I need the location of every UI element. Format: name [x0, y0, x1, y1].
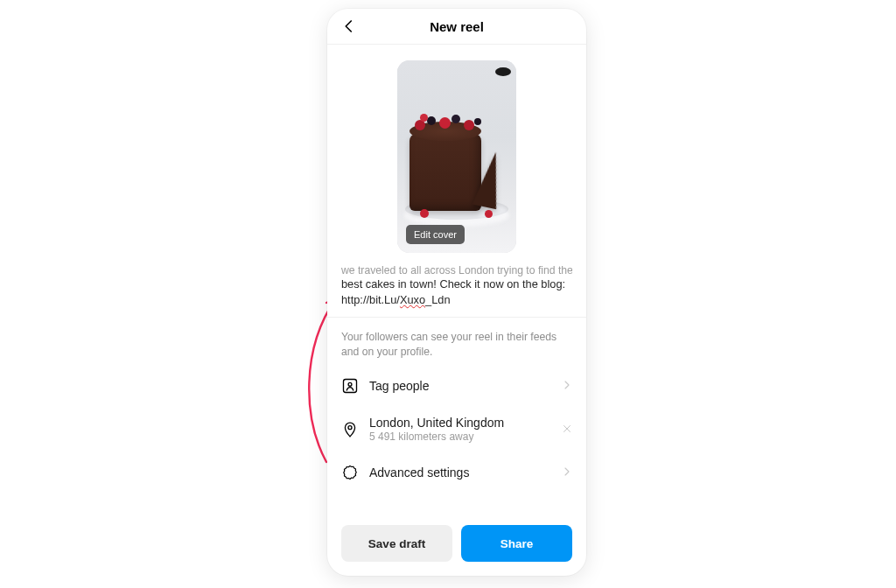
cover-berry: [464, 120, 474, 130]
cover-preview[interactable]: Edit cover: [397, 60, 516, 253]
gear-icon: [341, 464, 359, 481]
footer-actions: Save draft Share: [327, 516, 586, 576]
chevron-left-icon: [341, 18, 357, 34]
caption-line: best cakes in town! Check it now on the …: [341, 277, 565, 306]
chevron-right-icon: [562, 465, 572, 480]
chevron-right-icon: [562, 378, 572, 394]
cover-berry: [474, 118, 481, 125]
location-pin-icon: [341, 421, 359, 438]
back-button[interactable]: [336, 9, 362, 44]
cover-berry: [427, 116, 436, 125]
cover-cake-body: [410, 134, 481, 211]
clear-location-button[interactable]: [562, 422, 572, 438]
cover-section: Edit cover: [327, 45, 586, 263]
save-draft-button[interactable]: Save draft: [341, 525, 452, 562]
close-icon: [562, 424, 572, 434]
share-button[interactable]: Share: [461, 525, 572, 562]
cover-berry: [420, 209, 429, 218]
cover-berry: [452, 115, 460, 123]
svg-point-2: [348, 425, 352, 429]
caption-spellcheck-word: Xuxo: [400, 293, 425, 306]
spacer: [327, 492, 586, 516]
svg-point-1: [348, 382, 352, 386]
tag-people-row[interactable]: Tag people: [327, 367, 586, 405]
cover-berry: [485, 210, 493, 218]
location-subtitle: 5 491 kilometers away: [369, 430, 551, 443]
location-row[interactable]: London, United Kingdom 5 491 kilometers …: [327, 405, 586, 453]
tag-people-label: Tag people: [369, 379, 551, 393]
cover-berry: [439, 117, 451, 129]
page-title: New reel: [430, 19, 484, 34]
advanced-settings-label: Advanced settings: [369, 466, 551, 480]
advanced-settings-row[interactable]: Advanced settings: [327, 453, 586, 492]
visibility-note: Your followers can see your reel in thei…: [327, 318, 586, 367]
cover-cup: [495, 67, 511, 76]
tag-people-icon: [341, 377, 359, 395]
caption-cut-line: we traveled to all across London trying …: [341, 263, 572, 278]
edit-cover-button[interactable]: Edit cover: [406, 225, 465, 244]
content-area: Edit cover we traveled to all across Lon…: [327, 45, 586, 576]
cover-berry: [420, 114, 428, 122]
location-title: London, United Kingdom: [369, 416, 551, 430]
phone-frame: New reel Edit cover: [327, 9, 586, 576]
header-bar: New reel: [327, 9, 586, 45]
caption-input[interactable]: we traveled to all across London trying …: [327, 263, 586, 318]
